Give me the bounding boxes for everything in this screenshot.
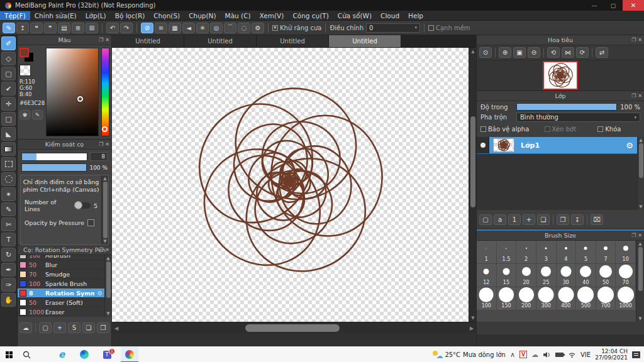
menu-10[interactable]: Cửa sổ(W) (333, 11, 376, 20)
scroll-down-icon[interactable]: ▼ (106, 310, 109, 317)
scroll-right-icon[interactable]: ▶ (467, 322, 476, 334)
layer-visibility-toggle[interactable] (477, 137, 489, 153)
brush-size-option[interactable]: 100 (477, 287, 497, 310)
brush-size-option[interactable]: 1 (477, 241, 497, 264)
hue-marker[interactable] (102, 126, 108, 132)
shape-brush-tool[interactable]: ▢ (1, 67, 16, 80)
gradient-tool[interactable] (1, 142, 16, 156)
snap-radial-icon[interactable]: ✳ (196, 23, 209, 33)
merge-layer-icon[interactable]: ↧ (571, 214, 584, 225)
lock-checkbox[interactable]: Khóa (597, 126, 640, 133)
undo-icon[interactable]: ↶ (106, 23, 119, 33)
fit-screen-icon[interactable]: ▣ (513, 47, 526, 58)
popout-icon[interactable]: ❐ (99, 37, 103, 43)
rotate-cw-icon[interactable]: ⟳ (576, 47, 589, 58)
duplicate-brush-icon[interactable]: ❐ (97, 322, 109, 333)
brush-size-option[interactable]: 2 (516, 241, 536, 264)
palette-icon[interactable]: ✾ (19, 110, 30, 119)
popout-icon[interactable]: ❐ (631, 93, 636, 99)
brush-size-option[interactable]: 500 (576, 287, 596, 310)
brush-size-option[interactable]: 4 (557, 241, 577, 264)
close-icon[interactable]: ✕ (105, 247, 109, 253)
layer-opacity-slider[interactable] (516, 103, 617, 111)
add-brush-menu-icon[interactable]: + (53, 322, 66, 333)
text-tool[interactable]: T (1, 233, 16, 246)
canvas-vertical-scrollbar[interactable]: ▲ ▼ (469, 48, 476, 322)
brush-list-item[interactable]: 8Rotation Symmetry⚙ (18, 288, 104, 298)
snap-off-icon[interactable]: ⊘ (141, 23, 153, 33)
delete-layer-icon[interactable]: ⌧ (591, 214, 603, 225)
soft-edge-checkbox[interactable]: Cạnh mềm (428, 25, 470, 31)
reset-view-icon[interactable]: ⋈ (562, 47, 574, 58)
correction-dropdown[interactable]: 0 ▾ (366, 23, 420, 33)
brush-size-option[interactable]: 200 (516, 287, 536, 310)
snap-parallel-icon[interactable]: ≋ (155, 23, 167, 33)
brush-list-item[interactable]: 50Eraser (Soft) (18, 298, 104, 307)
clock[interactable]: 12:04 CH 27/09/2021 (595, 348, 628, 361)
canvas-viewport[interactable] (112, 48, 469, 322)
menu-6[interactable]: Chụp(N) (184, 11, 220, 20)
rotate-view-tool[interactable]: ↻ (1, 248, 16, 261)
document-tab-3[interactable]: Untitled (257, 35, 329, 47)
new-layer-icon[interactable]: ▢ (479, 214, 492, 225)
teams-button[interactable]: T 1 (98, 347, 116, 362)
wifi-icon[interactable] (568, 351, 576, 358)
scroll-up-icon[interactable]: ▲ (103, 175, 106, 182)
number-of-lines-slider[interactable] (75, 202, 91, 209)
document-tab-1[interactable]: Untitled (112, 35, 184, 47)
document-tab-2[interactable]: Untitled (184, 35, 257, 47)
export-icon[interactable]: ↥ (16, 23, 29, 33)
menu-8[interactable]: Xem(V) (255, 11, 289, 20)
brush-size-option[interactable]: 40 (576, 264, 596, 287)
flip-icon[interactable]: ⇄ (596, 47, 608, 58)
new-1bit-layer-icon[interactable]: 1 (508, 214, 521, 225)
brush-size-option[interactable]: 50 (596, 264, 616, 287)
eraser-tool[interactable]: ◇ (1, 52, 16, 65)
sv-marker[interactable] (77, 96, 83, 102)
brush-options-scrollbar[interactable]: ▲ ▼ (101, 175, 108, 244)
popout-icon[interactable]: ❐ (99, 141, 103, 147)
snap-grid-icon[interactable]: ▦ (169, 23, 181, 33)
close-icon[interactable]: ✕ (638, 233, 642, 238)
duplicate-layer-icon[interactable]: ❐ (557, 214, 569, 225)
auto-select-tool[interactable] (1, 172, 16, 186)
redo-icon[interactable]: ↷ (120, 23, 133, 33)
menu-4[interactable]: Bộ lọc(R) (111, 11, 150, 20)
move-tool[interactable]: ✛ (1, 97, 16, 111)
scroll-down-icon[interactable]: ▼ (638, 315, 641, 322)
zoom-actual-icon[interactable]: ⊙ (479, 47, 492, 58)
brush-size-slider[interactable] (21, 153, 87, 161)
layer-settings-gear-icon[interactable]: ⚙ (626, 141, 633, 150)
popout-icon[interactable]: ❐ (631, 37, 636, 43)
brush-size-option[interactable]: 400 (557, 287, 577, 310)
scroll-up-icon[interactable]: ▲ (469, 48, 477, 55)
foreground-color-swatch[interactable] (19, 48, 29, 57)
table-icon[interactable]: ⊞ (86, 23, 98, 33)
canvas-horizontal-scrollbar[interactable]: ◀ ▶ (112, 322, 476, 333)
select-pen-tool[interactable]: ✎ (1, 202, 16, 216)
menu-2[interactable]: Chỉnh sửa(E) (30, 11, 81, 20)
zoom-in-icon[interactable]: ⊕ (499, 47, 511, 58)
brush-size-option[interactable]: 7 (596, 241, 616, 264)
layer-list-scrollbar[interactable]: ▲ ▼ (637, 137, 644, 210)
maximize-button[interactable]: ▢ (604, 0, 623, 11)
brush-size-option[interactable]: 1.5 (497, 241, 517, 264)
brush-size-value[interactable]: 8 (90, 152, 108, 161)
brush-size-option[interactable]: 10 (616, 241, 636, 264)
brush-size-option[interactable]: 30 (557, 264, 577, 287)
language-indicator[interactable]: VIE (580, 351, 591, 358)
close-icon[interactable]: ✕ (638, 93, 642, 99)
scroll-up-icon[interactable]: ▲ (639, 137, 642, 143)
protect-alpha-checkbox[interactable]: Bảo vệ alpha (480, 126, 545, 133)
onedrive-icon[interactable]: ☁ (531, 351, 538, 358)
brush-list-scrollbar[interactable]: ▲ ▼ (104, 255, 111, 317)
rotate-ccw-icon[interactable]: ⟲ (547, 47, 560, 58)
brush-list-item[interactable]: 70Smudge (18, 270, 104, 279)
opacity-by-pressure-checkbox[interactable] (87, 219, 94, 226)
blend-mode-dropdown[interactable]: Bình thường ▾ (516, 112, 640, 122)
start-button[interactable] (0, 347, 18, 362)
scroll-down-icon[interactable]: ▼ (639, 204, 642, 210)
select-eraser-tool[interactable]: ✄ (1, 217, 16, 231)
document-tab-4[interactable]: Untitled (329, 35, 401, 47)
menu-11[interactable]: Cloud (376, 11, 404, 20)
